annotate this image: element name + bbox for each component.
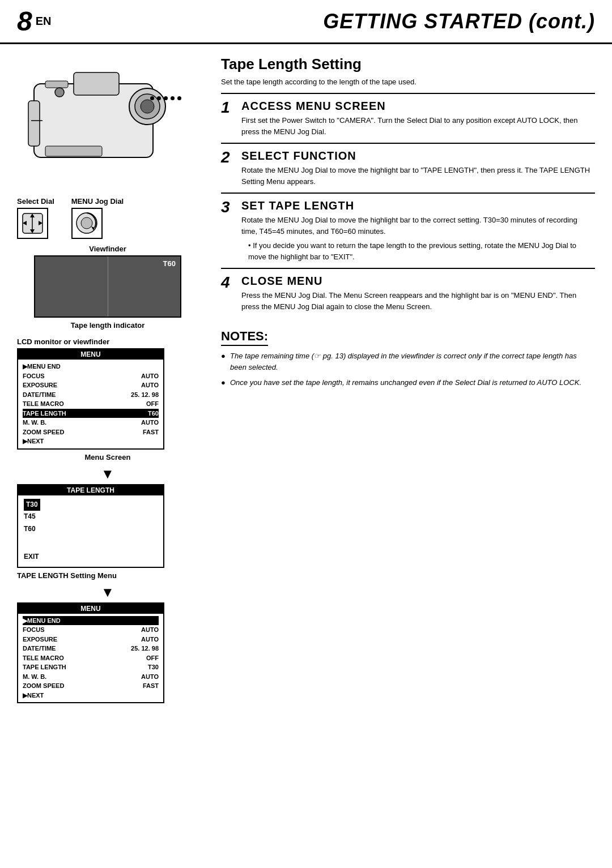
viewfinder-box: T60 [34,255,181,318]
svg-rect-6 [45,81,68,88]
svg-point-3 [141,100,154,113]
step-number: 4 [221,275,237,290]
svg-rect-7 [45,146,102,156]
step-content: SELECT FUNCTIONRotate the MENU Jog Dial … [241,149,595,187]
step-heading: CLOSE MENU [241,275,595,288]
left-column: Select Dial MENU Jog Dial [0,44,210,718]
menu-row: M. W. B.AUTO [23,418,159,427]
step-content: SET TAPE LENGTHRotate the MENU Jog Dial … [241,199,595,262]
menu-row: DATE/TIME25. 12. 98 [23,390,159,400]
svg-rect-5 [28,101,40,146]
tape-option: T45 [24,511,158,523]
dot-1 [150,96,154,100]
menu-row: FOCUSAUTO [23,625,159,635]
notes-section: NOTES: The tape remaining time (☞ pg. 13… [221,329,595,388]
dials-row: Select Dial MENU Jog Dial [17,197,198,239]
menu-screen-title: MENU [18,349,163,360]
notes-heading: NOTES: [221,329,268,346]
svg-rect-4 [74,72,119,95]
note-item: Once you have set the tape length, it re… [221,377,595,388]
menu-row: ▶NEXT [23,437,159,446]
svg-point-8 [55,88,64,97]
header-title: GETTING STARTED (cont.) [323,10,595,33]
menu-row: FOCUSAUTO [23,371,159,381]
menu-row: TAPE LENGTHT30 [23,662,159,672]
menu-row: EXPOSUREAUTO [23,635,159,644]
step-text: Rotate the MENU Jog Dial to move the hig… [241,215,595,237]
menu-row: ▶MENU END [23,362,159,371]
viewfinder-label: Viewfinder [17,245,198,253]
step-text: First set the Power Switch to "CAMERA". … [241,115,595,137]
arrow-down-1: ▼ [17,466,198,482]
viewfinder-t60: T60 [163,259,176,268]
select-dial-svg [20,211,45,236]
menu-row: M. W. B.AUTO [23,672,159,682]
note-item: The tape remaining time (☞ pg. 13) displ… [221,350,595,373]
dot-5 [177,96,181,100]
section-title: Tape Length Setting [221,55,595,73]
menu-row: DATE/TIME25. 12. 98 [23,644,159,653]
step-bullet: If you decide you want to return the tap… [241,240,595,262]
page-number: 8 [17,6,32,37]
select-dial-box [17,208,48,239]
dot-4 [171,96,175,100]
menu-jog-box [71,208,103,239]
menu-row: ZOOM SPEEDFAST [23,681,159,691]
step-heading: SET TAPE LENGTH [241,199,595,212]
steps-container: 1ACCESS MENU SCREENFirst set the Power S… [221,93,595,318]
step-number: 2 [221,149,237,165]
step-number: 1 [221,100,237,116]
tape-length-box: TAPE LENGTH T30T45T60EXIT [17,484,164,568]
dot-2 [157,96,161,100]
select-dial-label: Select Dial [17,197,54,206]
menu2-box: MENU ▶MENU ENDFOCUSAUTOEXPOSUREAUTODATE/… [17,602,164,704]
camera-svg [17,55,181,169]
notes-container: The tape remaining time (☞ pg. 13) displ… [221,350,595,388]
step-heading: SELECT FUNCTION [241,149,595,163]
arrow-down-2: ▼ [17,584,198,600]
camera-illustration-area [17,55,193,191]
dot-3 [164,96,168,100]
menu2-body: ▶MENU ENDFOCUSAUTOEXPOSUREAUTODATE/TIME2… [18,614,163,703]
tape-indicator-label: Tape length indicator [17,321,198,330]
lcd-label: LCD monitor or viewfinder [17,337,198,346]
step-block: 3SET TAPE LENGTHRotate the MENU Jog Dial… [221,193,595,268]
page-header: 8 EN GETTING STARTED (cont.) [0,0,612,44]
menu-row: TELE MACROOFF [23,399,159,409]
step-content: ACCESS MENU SCREENFirst set the Power Sw… [241,100,595,137]
step-number: 3 [221,199,237,215]
tape-length-title: TAPE LENGTH [18,485,163,495]
tape-length-caption: TAPE LENGTH Setting Menu [17,571,198,580]
menu2-title: MENU [18,604,163,614]
step-text: Press the MENU Jog Dial. The Menu Screen… [241,290,595,312]
step-text: Rotate the MENU Jog Dial to move the hig… [241,165,595,187]
menu-screen-box: MENU ▶MENU ENDFOCUSAUTOEXPOSUREAUTODATE/… [17,348,164,450]
section-intro: Set the tape length according to the len… [221,78,595,86]
viewfinder-section: Viewfinder T60 Tape length indicator [17,245,198,330]
step-content: CLOSE MENUPress the MENU Jog Dial. The M… [241,275,595,312]
tape-option: T30 [24,499,40,511]
main-content: Select Dial MENU Jog Dial [0,44,612,718]
menu-screen-body: ▶MENU ENDFOCUSAUTOEXPOSUREAUTODATE/TIME2… [18,360,163,448]
tape-option: T60 [24,523,158,536]
tape-exit: EXIT [24,551,158,563]
step-block: 1ACCESS MENU SCREENFirst set the Power S… [221,93,595,143]
menu-row: ▶MENU END [23,616,159,626]
page-en: EN [36,15,52,28]
tape-length-body: T30T45T60EXIT [18,495,163,567]
step-block: 4CLOSE MENUPress the MENU Jog Dial. The … [221,268,595,318]
menu-row: ZOOM SPEEDFAST [23,427,159,437]
right-column: Tape Length Setting Set the tape length … [210,44,612,718]
svg-point-17 [81,217,92,229]
menu-jog-svg [74,211,100,236]
step-heading: ACCESS MENU SCREEN [241,100,595,113]
menu-jog-label: MENU Jog Dial [71,197,124,206]
menu-screen-caption: Menu Screen [17,453,198,461]
menu-row: TELE MACROOFF [23,653,159,663]
menu-row: EXPOSUREAUTO [23,380,159,390]
step-block: 2SELECT FUNCTIONRotate the MENU Jog Dial… [221,143,595,193]
menu-row: ▶NEXT [23,691,159,700]
menu-row: TAPE LENGTHT60 [23,409,159,418]
